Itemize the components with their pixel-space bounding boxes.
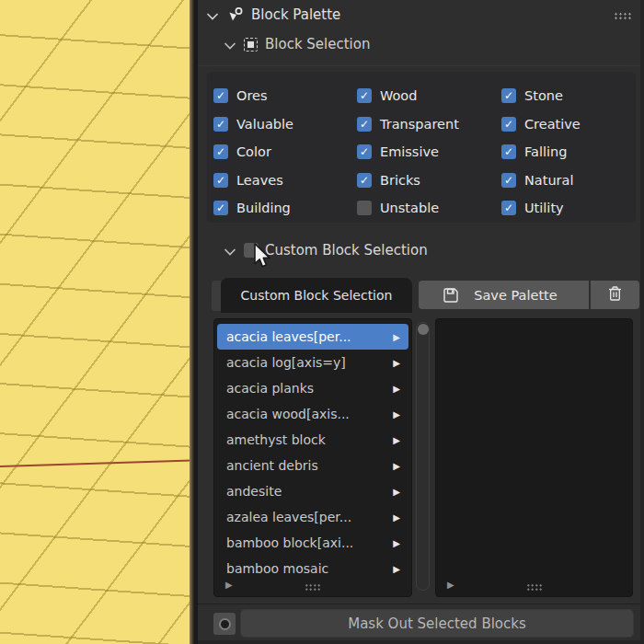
drag-handle-icon[interactable]	[614, 12, 632, 20]
checkbox[interactable]: ✓	[501, 117, 516, 132]
chevron-down-icon[interactable]	[207, 6, 218, 24]
checkbox[interactable]: ✓	[213, 173, 228, 188]
filter-color[interactable]: ✓ Color	[213, 138, 357, 167]
selected-blocks-list[interactable]: ▶	[435, 318, 633, 597]
filter-transparent[interactable]: ✓ Transparent	[357, 110, 501, 139]
list-item[interactable]: acacia wood[axis... ▶	[214, 401, 411, 427]
filter-leaves[interactable]: ✓ Leaves	[213, 167, 357, 195]
list-item-label: bamboo mosaic	[226, 561, 328, 576]
checkbox[interactable]: ✓	[357, 201, 372, 215]
viewport-3d[interactable]	[0, 0, 198, 644]
filter-creative[interactable]: ✓ Creative	[501, 110, 636, 139]
expand-arrow-icon[interactable]: ▶	[393, 358, 400, 368]
save-icon	[443, 287, 459, 304]
filter-unstable[interactable]: ✓ Unstable	[357, 194, 501, 223]
list-item[interactable]: ancient debris ▶	[214, 453, 411, 478]
scrollbar-knob[interactable]	[418, 324, 429, 335]
chevron-down-icon[interactable]	[224, 36, 236, 53]
expand-arrow-icon[interactable]: ▶	[393, 461, 400, 471]
expand-arrow-icon[interactable]: ▶	[393, 487, 400, 497]
mask-out-selected-blocks-button[interactable]: Mask Out Selected Blocks	[240, 609, 634, 638]
checkbox-label: Natural	[524, 173, 573, 188]
checkbox-label: Utility	[524, 201, 564, 215]
block-selection-header[interactable]: Block Selection	[198, 31, 644, 57]
checkbox[interactable]: ✓	[501, 144, 516, 159]
checkbox[interactable]: ✓	[213, 144, 228, 159]
list-footer: ▶	[447, 580, 621, 592]
delete-palette-button[interactable]	[591, 281, 639, 309]
checkbox-label: Wood	[380, 88, 417, 103]
list-item-label: azalea leaves[per...	[226, 510, 351, 524]
filter-building[interactable]: ✓ Building	[213, 194, 357, 223]
tab-custom-block-selection[interactable]: Custom Block Selection	[221, 278, 412, 313]
checkbox-label: Leaves	[236, 173, 283, 188]
expand-arrow-icon[interactable]: ▶	[393, 435, 400, 445]
custom-block-selection-header[interactable]: ✓ Custom Block Selection	[198, 236, 428, 265]
mask-button-label: Mask Out Selected Blocks	[348, 615, 526, 632]
checkbox-label: Valuable	[236, 117, 293, 132]
list-item[interactable]: bamboo mosaic ▶	[214, 556, 411, 581]
checkbox[interactable]: ✓	[357, 88, 372, 103]
checkbox-label: Color	[236, 144, 271, 159]
filter-falling[interactable]: ✓ Falling	[501, 138, 636, 167]
expand-list-icon[interactable]: ▶	[225, 580, 233, 590]
expand-arrow-icon[interactable]: ▶	[393, 512, 400, 523]
list-item-label: amethyst block	[226, 432, 326, 447]
list-item[interactable]: acacia leaves[per... ▶	[217, 324, 408, 350]
list-item-label: acacia leaves[per...	[226, 329, 351, 344]
save-palette-label: Save Palette	[474, 288, 557, 303]
checkbox-label: Ores	[236, 88, 268, 103]
list-item[interactable]: andesite ▶	[214, 478, 411, 504]
filter-bricks[interactable]: ✓ Bricks	[357, 167, 501, 195]
list-item[interactable]: bamboo block[axi... ▶	[214, 530, 411, 556]
checkbox[interactable]: ✓	[501, 201, 516, 215]
filter-emissive[interactable]: ✓ Emissive	[357, 138, 501, 167]
checkmark-icon: ✓	[360, 175, 369, 186]
mask-circle-icon	[219, 618, 231, 630]
resize-grip-icon[interactable]	[305, 583, 321, 591]
list-item[interactable]: acacia planks ▶	[214, 375, 411, 401]
expand-list-icon[interactable]: ▶	[447, 580, 454, 590]
filter-utility[interactable]: ✓ Utility	[501, 194, 636, 223]
block-list[interactable]: acacia leaves[per... ▶ acacia log[axis=y…	[213, 318, 412, 597]
list-scrollbar[interactable]	[416, 322, 430, 591]
filter-natural[interactable]: ✓ Natural	[501, 167, 636, 195]
save-palette-button[interactable]: Save Palette	[419, 281, 589, 309]
checkbox[interactable]: ✓	[357, 144, 372, 159]
expand-arrow-icon[interactable]: ▶	[393, 409, 400, 420]
expand-arrow-icon[interactable]: ▶	[393, 564, 400, 574]
panel-bottom-edge	[198, 640, 644, 644]
list-item[interactable]: azalea leaves[per... ▶	[214, 504, 411, 530]
resize-grip-icon[interactable]	[526, 583, 543, 591]
checkbox[interactable]: ✓	[501, 173, 516, 188]
filter-ores[interactable]: ✓ Ores	[213, 82, 357, 110]
filter-stone[interactable]: ✓ Stone	[501, 82, 636, 110]
expand-arrow-icon[interactable]: ▶	[393, 384, 400, 394]
list-footer: ▶	[225, 580, 400, 592]
checkbox[interactable]: ✓	[213, 88, 228, 103]
list-item[interactable]: amethyst block ▶	[214, 427, 411, 453]
checkmark-icon: ✓	[216, 202, 225, 213]
expand-arrow-icon[interactable]: ▶	[393, 332, 400, 342]
filter-valuable[interactable]: ✓ Valuable	[213, 110, 357, 139]
panel-right-edge	[640, 0, 644, 644]
checkbox-label: Falling	[524, 144, 567, 159]
mouse-cursor	[254, 243, 274, 274]
panel-splitter[interactable]	[190, 0, 198, 644]
checkbox[interactable]: ✓	[501, 88, 516, 103]
list-item[interactable]: acacia log[axis=y] ▶	[214, 350, 411, 375]
x-axis-line	[0, 459, 191, 467]
palette-icon	[226, 6, 245, 24]
filter-wood[interactable]: ✓ Wood	[357, 82, 501, 110]
list-item-label: acacia planks	[226, 381, 314, 396]
list-item-label: andesite	[226, 484, 282, 499]
checkbox[interactable]: ✓	[357, 173, 372, 188]
checkbox[interactable]: ✓	[213, 117, 228, 132]
checkbox[interactable]: ✓	[213, 201, 228, 215]
section-divider	[198, 65, 644, 66]
expand-arrow-icon[interactable]: ▶	[393, 538, 400, 548]
checkbox[interactable]: ✓	[357, 117, 372, 132]
chevron-down-icon[interactable]	[224, 242, 236, 259]
checkbox-label: Emissive	[380, 144, 439, 159]
mask-icon[interactable]	[213, 613, 236, 635]
